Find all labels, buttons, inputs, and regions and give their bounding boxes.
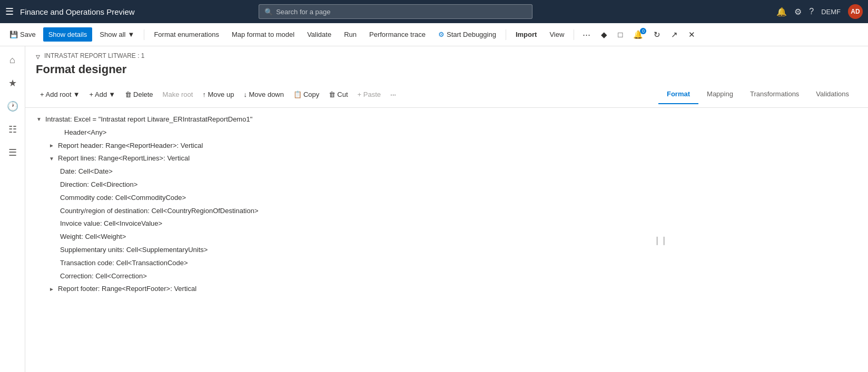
tree-row-commodity-code[interactable]: Commodity code: Cell<CommodityCode> (31, 192, 658, 205)
cut-button[interactable]: 🗑 Cut (324, 88, 352, 100)
tree-label-correction: Correction: Cell<Correction> (60, 271, 147, 282)
sidebar-item-recent[interactable]: 🕐 (3, 97, 22, 116)
move-down-button[interactable]: ↓ Move down (239, 88, 288, 100)
copy-button[interactable]: 📋 Copy (289, 88, 323, 100)
filter-icon[interactable]: ▿ (36, 52, 40, 62)
tree-label-direction: Direction: Cell<Direction> (60, 179, 137, 190)
user-label: DEMF (821, 8, 841, 16)
tab-format[interactable]: Format (658, 85, 698, 104)
tree-node-root: ▼ Intrastat: Excel = "Intrastat report L… (31, 113, 658, 296)
tree-row-report-footer[interactable]: ► Report footer: Range<ReportFooter>: Ve… (31, 283, 658, 296)
sidebar-item-home[interactable]: ⌂ (3, 51, 22, 69)
expand-icon-report-lines[interactable]: ▼ (47, 155, 56, 163)
tab-transformations[interactable]: Transformations (742, 85, 807, 104)
user-avatar[interactable]: AD (848, 4, 863, 19)
start-debugging-button[interactable]: ⚙ Start Debugging (433, 27, 501, 42)
breadcrumb: INTRASTAT REPORT LITWARE : 1 (44, 52, 144, 59)
left-sidebar: ⌂ ★ 🕐 ☷ ☰ (0, 46, 25, 372)
tree-label-supplementary-units: Supplementary units: Cell<SupplementaryU… (60, 245, 208, 256)
right-panel-content (663, 113, 863, 367)
tree-label-commodity-code: Commodity code: Cell<CommodityCode> (60, 193, 186, 204)
copy-icon: 📋 (293, 91, 302, 98)
map-format-to-model-button[interactable]: Map format to model (226, 27, 300, 42)
sidebar-item-workspaces[interactable]: ☷ (3, 120, 22, 139)
tree-row-root[interactable]: ▼ Intrastat: Excel = "Intrastat report L… (31, 113, 658, 126)
expand-icon-report-header[interactable]: ► (47, 142, 56, 150)
panel-resize-handle[interactable]: ❙❙ (658, 113, 663, 367)
sidebar-item-modules[interactable]: ☰ (3, 143, 22, 162)
show-details-button[interactable]: Show details (43, 27, 93, 42)
save-icon: 💾 (9, 31, 18, 38)
performance-trace-button[interactable]: Performance trace (364, 27, 431, 42)
notification-badge: 0 (640, 28, 646, 34)
format-toolbar: + Add root ▼ + Add ▼ 🗑 Delete Make root … (25, 82, 868, 108)
main-layout: ⌂ ★ 🕐 ☷ ☰ ▿ INTRASTAT REPORT LITWARE : 1… (0, 46, 868, 372)
sidebar-item-favorites[interactable]: ★ (3, 74, 22, 93)
tree-row-report-lines[interactable]: ▼ Report lines: Range<ReportLines>: Vert… (31, 152, 658, 165)
tree-row-correction[interactable]: Correction: Cell<Correction> (31, 270, 658, 283)
notifications-icon[interactable]: 🔔 (776, 7, 787, 17)
tree-label-weight: Weight: Cell<Weight> (60, 232, 126, 243)
expand-icon-root[interactable]: ▼ (35, 115, 43, 124)
tree-row-report-header[interactable]: ► Report header: Range<ReportHeader>: Ve… (31, 139, 658, 153)
add-button[interactable]: + Add ▼ (85, 88, 120, 100)
close-button[interactable]: ✕ (684, 27, 699, 43)
page-title: Format designer (36, 63, 857, 76)
content-area: ▿ INTRASTAT REPORT LITWARE : 1 Format de… (25, 46, 868, 372)
notifications-count-button[interactable]: 🔔 0 (629, 27, 647, 43)
tree-label-root: Intrastat: Excel = "Intrastat report Lit… (45, 114, 252, 125)
view-button[interactable]: View (544, 27, 569, 42)
tree-label-country-region: Country/region of destination: Cell<Coun… (60, 206, 259, 217)
import-button[interactable]: Import (510, 27, 542, 42)
expand-icon-report-footer[interactable]: ► (47, 285, 56, 294)
open-in-new-window-button[interactable]: □ (614, 27, 627, 42)
tree-area: ▼ Intrastat: Excel = "Intrastat report L… (25, 108, 868, 372)
run-button[interactable]: Run (339, 27, 362, 42)
expand-icon-header (54, 128, 62, 137)
show-all-button[interactable]: Show all ▼ (94, 27, 140, 42)
action-bar: 💾 Save Show details Show all ▼ Format en… (0, 23, 868, 46)
app-title: Finance and Operations Preview (20, 7, 135, 16)
top-navigation-bar: ☰ Finance and Operations Preview 🔍 Searc… (0, 0, 868, 23)
tab-mapping[interactable]: Mapping (698, 85, 742, 104)
tree-row-date[interactable]: Date: Cell<Date> (31, 165, 658, 178)
settings-icon[interactable]: ⚙ (794, 7, 802, 17)
validate-button[interactable]: Validate (302, 27, 337, 42)
paste-button[interactable]: + Paste (353, 88, 385, 100)
help-icon[interactable]: ? (809, 7, 814, 16)
more-format-options-button[interactable]: ··· (386, 88, 400, 100)
tree-row-transaction-code[interactable]: Transaction code: Cell<TransactionCode> (31, 257, 658, 270)
add-root-chevron-icon: ▼ (73, 91, 80, 98)
tree-label-report-lines: Report lines: Range<ReportLines>: Vertic… (58, 153, 190, 164)
tree-row-header[interactable]: Header<Any> (31, 126, 658, 139)
delete-icon: 🗑 (125, 91, 132, 98)
tree-label-date: Date: Cell<Date> (60, 166, 113, 177)
add-root-button[interactable]: + Add root ▼ (36, 88, 84, 100)
add-chevron-icon: ▼ (108, 91, 115, 98)
save-button[interactable]: 💾 Save (4, 27, 41, 42)
right-panel-tabs: Format Mapping Transformations Validatio… (658, 85, 857, 104)
hamburger-menu-icon[interactable]: ☰ (5, 6, 14, 17)
refresh-button[interactable]: ↻ (649, 27, 665, 43)
delete-button[interactable]: 🗑 Delete (121, 88, 157, 100)
tree-row-country-region[interactable]: Country/region of destination: Cell<Coun… (31, 205, 658, 218)
bug-icon: ⚙ (438, 31, 445, 38)
move-up-button[interactable]: ↑ Move up (198, 88, 238, 100)
personalize-button[interactable]: ◆ (597, 27, 611, 43)
content-header: ▿ INTRASTAT REPORT LITWARE : 1 Format de… (25, 46, 868, 82)
tree-label-report-footer: Report footer: Range<ReportFooter>: Vert… (58, 284, 196, 295)
open-external-button[interactable]: ↗ (667, 27, 682, 43)
tab-validations[interactable]: Validations (807, 85, 857, 104)
tree-label-transaction-code: Transaction code: Cell<TransactionCode> (60, 258, 188, 269)
format-enumerations-button[interactable]: Format enumerations (149, 27, 224, 42)
tree-row-invoice-value[interactable]: Invoice value: Cell<InvoiceValue> (31, 217, 658, 230)
global-search-box[interactable]: 🔍 Search for a page (259, 4, 532, 19)
make-root-button[interactable]: Make root (159, 88, 198, 100)
tree-row-supplementary-units[interactable]: Supplementary units: Cell<SupplementaryU… (31, 244, 658, 257)
tree-label-report-header: Report header: Range<ReportHeader>: Vert… (58, 140, 203, 152)
tree-row-direction[interactable]: Direction: Cell<Direction> (31, 178, 658, 192)
more-options-button[interactable]: ⋯ (578, 27, 595, 43)
tree-row-weight[interactable]: Weight: Cell<Weight> (31, 230, 658, 244)
tree-node-report-lines: ▼ Report lines: Range<ReportLines>: Vert… (31, 152, 658, 283)
show-all-chevron-icon: ▼ (128, 31, 135, 38)
